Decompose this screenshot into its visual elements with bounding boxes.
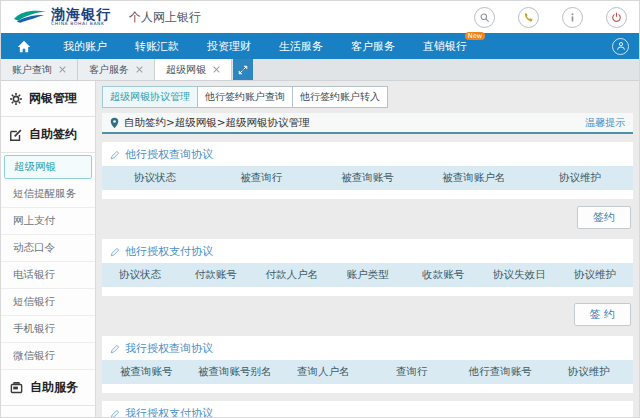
section-action-row: 签 约 [102, 296, 633, 328]
home-icon[interactable] [1, 40, 49, 53]
bank-name: 渤海银行 [51, 7, 111, 21]
fullscreen-toggle-icon[interactable] [233, 59, 253, 80]
window-tab[interactable]: 账户查询 [1, 59, 78, 80]
table-header-row: 协议状态 付款账号 付款人户名 账户类型 收款账号 协议失效日 协议维护 [102, 263, 633, 287]
nav-menu-item[interactable]: 生活服务 [265, 39, 337, 54]
sidebar-item[interactable]: 短信银行 [1, 289, 95, 316]
section-title: 他行授权支付协议 [125, 244, 213, 259]
column-header: 协议状态 [102, 171, 208, 185]
banking-app-window: 渤海银行 CHINA BOHAI BANK 个人网上银行 [0, 0, 640, 418]
nav-menu-item-label: 生活服务 [279, 40, 323, 53]
sidebar-group-label: 自助服务 [30, 379, 78, 396]
column-header: 账户类型 [330, 268, 406, 282]
header: 渤海银行 CHINA BOHAI BANK 个人网上银行 [1, 1, 639, 33]
sidebar-item-label: 超级网银 [14, 160, 56, 174]
column-header: 查询人户名 [279, 365, 368, 379]
sidebar-item[interactable]: 超级网银 [4, 155, 92, 179]
table-header-row: 协议状态 被查询行 被查询账号 被查询账户名 协议维护 [102, 166, 633, 190]
content-tab-label: 他行签约账户转入 [300, 91, 380, 102]
table-header-row: 被查询账号 被查询账号别名 查询人户名 查询行 他行查询账号 协议维护 [102, 360, 633, 384]
sidebar-item[interactable]: 手机银行 [1, 316, 95, 343]
column-header: 协议失效日 [481, 268, 557, 282]
tips-link[interactable]: 温馨提示 [585, 116, 625, 130]
section-action-row: 签约 [102, 199, 633, 231]
main-nav: 我的账户 转账汇款 投资理财 生活服务 客户服务 [1, 33, 639, 59]
sidebar-item[interactable]: 电话银行 [1, 262, 95, 289]
pencil-icon [110, 247, 120, 257]
pencil-icon [110, 150, 120, 160]
nav-menu-item[interactable]: 客户服务 [337, 39, 409, 54]
sidebar-item-label: 短信提醒服务 [13, 187, 76, 201]
content-tab-label: 他行签约账户查询 [205, 91, 285, 102]
content-row: 网银管理 自助签约 超级网银 短信提醒服务 网上支付 [1, 81, 639, 418]
content-tab[interactable]: 他行签约账户查询 [197, 86, 293, 108]
sidebar-item-label: 短信银行 [13, 295, 55, 309]
tab-close-icon[interactable] [59, 66, 66, 73]
empty-table-body [102, 384, 633, 393]
window-tab[interactable]: 客户服务 [78, 59, 155, 80]
sidebar-item-label: 手机银行 [13, 322, 55, 336]
window-tab-bar: 账户查询 客户服务 超级网银 [1, 59, 639, 81]
sidebar-item[interactable]: 网上支付 [1, 208, 95, 235]
logout-icon[interactable] [606, 7, 627, 28]
section-title: 他行授权查询协议 [125, 147, 213, 162]
nav-menu-item[interactable]: 投资理财 [193, 39, 265, 54]
header-icon-group [474, 7, 627, 28]
nav-menu-item-label: 转账汇款 [135, 40, 179, 53]
content-tab[interactable]: 他行签约账户转入 [292, 86, 388, 108]
sidebar-item[interactable]: 动态口令 [1, 235, 95, 262]
section-title-row: 他行授权查询协议 [102, 142, 633, 166]
sidebar: 网银管理 自助签约 超级网银 短信提醒服务 网上支付 [1, 81, 96, 418]
bank-name-block: 渤海银行 CHINA BOHAI BANK [51, 7, 111, 27]
window-tab-label: 账户查询 [12, 63, 52, 77]
sidebar-group-label: 网银管理 [29, 90, 77, 107]
sidebar-item[interactable]: 微信银行 [1, 343, 95, 370]
content-tab[interactable]: 超级网银协议管理 [102, 86, 198, 108]
column-header: 被查询账号别名 [191, 365, 280, 379]
nav-menu-item-label: 投资理财 [207, 40, 251, 53]
column-header: 付款人户名 [254, 268, 330, 282]
user-icon[interactable] [612, 38, 629, 55]
nav-menu-item[interactable]: 转账汇款 [121, 39, 193, 54]
section-other-bank-payment-agreement: 他行授权支付协议 协议状态 付款账号 付款人户名 账户类型 收款账号 [102, 239, 633, 328]
column-header: 他行查询账号 [456, 365, 545, 379]
sign-agreement-button[interactable]: 签约 [577, 206, 631, 229]
edit-pen-icon [9, 128, 23, 142]
sidebar-item-ebank-management[interactable]: 网银管理 [1, 81, 95, 117]
sidebar-item[interactable]: 短信提醒服务 [1, 181, 95, 208]
pencil-icon [110, 409, 120, 418]
sidebar-item-self-signing[interactable]: 自助签约 [1, 117, 95, 153]
portal-title: 个人网上银行 [129, 9, 201, 26]
gear-icon [9, 92, 23, 106]
window-tab-label: 超级网银 [166, 63, 206, 77]
section-other-bank-query-agreement: 他行授权查询协议 协议状态 被查询行 被查询账号 被查询账户名 协议维护 [102, 142, 633, 231]
sidebar-item-self-service[interactable]: 自助服务 [1, 370, 95, 406]
nav-menu-item[interactable]: 直销银行 New [409, 39, 481, 54]
column-header: 协议维护 [527, 171, 633, 185]
nav-menu-item[interactable]: 我的账户 [49, 39, 121, 54]
column-header: 协议维护 [545, 365, 634, 379]
bank-name-en: CHINA BOHAI BANK [51, 22, 111, 27]
tab-close-icon[interactable] [136, 66, 143, 73]
column-header: 协议状态 [102, 268, 178, 282]
column-header: 被查询账户名 [421, 171, 527, 185]
window-tab[interactable]: 超级网银 [155, 59, 232, 80]
sidebar-item-label: 动态口令 [13, 241, 55, 255]
bank-logo: 渤海银行 CHINA BOHAI BANK [13, 7, 111, 27]
info-icon[interactable] [562, 7, 583, 28]
location-pin-icon [110, 117, 119, 129]
sign-agreement-button[interactable]: 签 约 [574, 303, 632, 326]
section-our-bank-payment-agreement: 我行授权支付协议 收款行 收款账号 收款人户名 付款账号 付款账号别名 [102, 401, 633, 418]
column-header: 协议维护 [557, 268, 633, 282]
search-icon[interactable] [474, 7, 495, 28]
empty-table-body [102, 287, 633, 296]
section-title-row: 我行授权支付协议 [102, 401, 633, 418]
bank-logo-swoosh-icon [13, 9, 47, 25]
phone-icon[interactable] [518, 7, 539, 28]
breadcrumb: 自助签约>超级网银>超级网银协议管理 [124, 116, 310, 130]
column-header: 被查询行 [208, 171, 314, 185]
empty-table-body [102, 190, 633, 199]
tab-close-icon[interactable] [213, 66, 220, 73]
atm-icon [9, 381, 24, 395]
content-tab-label: 超级网银协议管理 [110, 91, 190, 102]
